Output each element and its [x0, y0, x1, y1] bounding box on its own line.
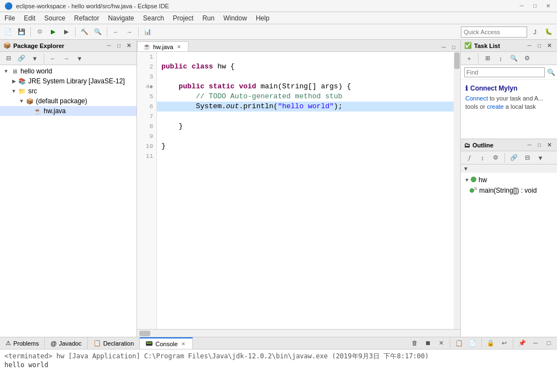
outline-filter-btn[interactable]: ⚙ — [490, 152, 502, 164]
task-categories-btn[interactable]: ⊞ — [481, 52, 493, 65]
editor-scrollbar[interactable] — [454, 52, 460, 329]
task-filter-btn[interactable]: 🔍 — [508, 52, 520, 65]
menu-refactor[interactable]: Refactor — [70, 12, 103, 24]
task-maximize-btn[interactable]: □ — [535, 41, 544, 50]
forward-history-btn[interactable]: → — [60, 52, 72, 65]
forward-btn[interactable]: → — [123, 26, 135, 38]
outline-item-main[interactable]: S main(String[]) : void — [461, 185, 557, 195]
console-clear-btn[interactable]: 🗑 — [408, 337, 421, 349]
menu-window[interactable]: Window — [219, 12, 251, 24]
task-sort-btn[interactable]: ↕ — [495, 52, 507, 65]
tab-declaration[interactable]: 📋 Declaration — [88, 337, 140, 349]
title-bar: 🔵 eclipse-workspace - hello world/src/hw… — [0, 0, 557, 12]
line-num-2: 2 — [137, 62, 156, 72]
search-btn[interactable]: 🔍 — [92, 26, 104, 38]
debug-button[interactable]: ⚙ — [34, 26, 46, 38]
maximize-button[interactable]: □ — [530, 2, 539, 10]
menu-help[interactable]: Help — [251, 12, 274, 24]
package-explorer-title: 📦 — [3, 42, 11, 49]
outline-expand-btn[interactable]: ▼ — [461, 165, 557, 173]
scroll-thumb[interactable] — [454, 52, 460, 69]
editor-tab-hwjava[interactable]: ☕ hw.java ✕ — [137, 41, 188, 51]
outline-hide-fields-btn[interactable]: 𝑓 — [463, 152, 475, 164]
console-terminate-btn[interactable]: ⏹ — [422, 337, 434, 349]
tree-item-src[interactable]: ▼ 📁 src — [0, 86, 136, 96]
jre-icon: 📚 — [18, 77, 27, 86]
task-close-btn[interactable]: ✕ — [545, 41, 554, 50]
console-wrap-btn[interactable]: ↩ — [498, 337, 510, 349]
default-pkg-label: (default package) — [36, 97, 87, 105]
view-menu-btn[interactable]: ▼ — [29, 52, 41, 65]
line-num-10: 10 — [137, 141, 156, 151]
outline-maximize-btn[interactable]: □ — [535, 141, 544, 150]
save-button[interactable]: 💾 — [15, 26, 28, 38]
close-button[interactable]: ✕ — [544, 2, 553, 10]
close-tab-btn[interactable]: ✕ — [176, 44, 182, 50]
line-num-8: 8 — [137, 121, 156, 131]
hscroll-thumb[interactable] — [139, 331, 150, 336]
outline-close-btn[interactable]: ✕ — [545, 141, 554, 150]
run-button[interactable]: ▶ — [47, 26, 59, 38]
close-panel-btn[interactable]: ✕ — [124, 41, 133, 50]
toolbar-sep3 — [107, 27, 107, 37]
tree-item-default-pkg[interactable]: ▼ 📦 (default package) — [0, 96, 136, 106]
code-editor[interactable]: public class hw { public static void mai… — [157, 52, 454, 329]
connect-link[interactable]: Connect — [465, 95, 488, 102]
task-new-btn[interactable]: + — [463, 52, 475, 65]
tree-item-hwjava[interactable]: ▶ ☕ hw.java — [0, 106, 136, 116]
outline-sort-btn[interactable]: ↕ — [476, 152, 488, 164]
task-minimize-btn[interactable]: ─ — [525, 41, 534, 50]
menu-navigate[interactable]: Navigate — [103, 12, 138, 24]
console-maximize-btn[interactable]: □ — [543, 337, 555, 349]
new-button[interactable]: 📄 — [2, 26, 14, 38]
console-copy-btn[interactable]: 📋 — [453, 337, 465, 349]
pkg-menu-btn[interactable]: ▼ — [73, 52, 86, 65]
perspective-btn[interactable]: 📊 — [141, 26, 154, 38]
java-file-icon: ☕ — [33, 107, 42, 115]
close-console-btn[interactable]: ✕ — [180, 341, 187, 347]
menu-search[interactable]: Search — [139, 12, 169, 24]
console-scroll-lock-btn[interactable]: 🔒 — [485, 337, 497, 349]
tab-javadoc[interactable]: @ Javadoc — [45, 337, 87, 349]
build-btn[interactable]: 🔨 — [78, 26, 91, 38]
back-btn[interactable]: ← — [110, 26, 122, 38]
console-paste-btn[interactable]: 📄 — [466, 337, 479, 349]
create-link[interactable]: create — [487, 103, 504, 110]
editor-minimize-btn[interactable]: ─ — [439, 43, 448, 51]
console-minimize-btn[interactable]: ─ — [529, 337, 542, 349]
maximize-panel-btn[interactable]: □ — [114, 41, 123, 50]
back-history-btn[interactable]: ← — [47, 52, 59, 65]
task-list-panel: ✅ Task List ─ □ ✕ + ⊞ ↕ 🔍 ⚙ — [461, 40, 557, 139]
task-settings-btn[interactable]: ⚙ — [521, 52, 533, 65]
perspective-java-btn[interactable]: J — [527, 26, 543, 38]
line-num-3: 3 — [137, 72, 156, 82]
outline-item-hw[interactable]: ▼ hw — [461, 175, 557, 185]
task-find-input[interactable] — [464, 67, 545, 77]
menu-project[interactable]: Project — [169, 12, 198, 24]
menu-run[interactable]: Run — [198, 12, 219, 24]
tab-console[interactable]: 📟 Console ✕ — [140, 337, 192, 349]
minimize-panel-btn[interactable]: ─ — [104, 41, 113, 50]
tree-item-project[interactable]: ▼ 🖥 hello world — [0, 66, 136, 76]
outline-minimize-btn[interactable]: ─ — [525, 141, 534, 150]
collapse-all-btn[interactable]: ⊟ — [2, 52, 14, 65]
run-last[interactable]: ▶ — [60, 26, 72, 38]
menu-edit[interactable]: Edit — [19, 12, 40, 24]
outline-collapse-btn[interactable]: ⊟ — [521, 152, 533, 164]
console-pin-btn[interactable]: 📌 — [516, 337, 528, 349]
perspective-debug-btn[interactable]: 🐛 — [543, 26, 555, 38]
console-sep2 — [481, 338, 482, 348]
quick-access-input[interactable] — [461, 27, 527, 38]
project-icon: 🖥 — [10, 67, 19, 76]
menu-source[interactable]: Source — [40, 12, 70, 24]
minimize-button[interactable]: ─ — [517, 2, 526, 10]
outline-view-menu-btn[interactable]: ▼ — [534, 152, 547, 164]
editor-hscrollbar[interactable] — [137, 329, 460, 337]
tree-item-jre[interactable]: ▶ 📚 JRE System Library [JavaSE-12] — [0, 76, 136, 86]
editor-maximize-btn[interactable]: □ — [449, 43, 458, 51]
tab-problems[interactable]: ⚠ Problems — [0, 337, 45, 349]
console-terminate2-btn[interactable]: ✕ — [435, 337, 447, 349]
link-editor-btn[interactable]: 🔗 — [15, 52, 28, 65]
outline-link-btn[interactable]: 🔗 — [508, 152, 520, 164]
menu-file[interactable]: File — [0, 12, 19, 24]
